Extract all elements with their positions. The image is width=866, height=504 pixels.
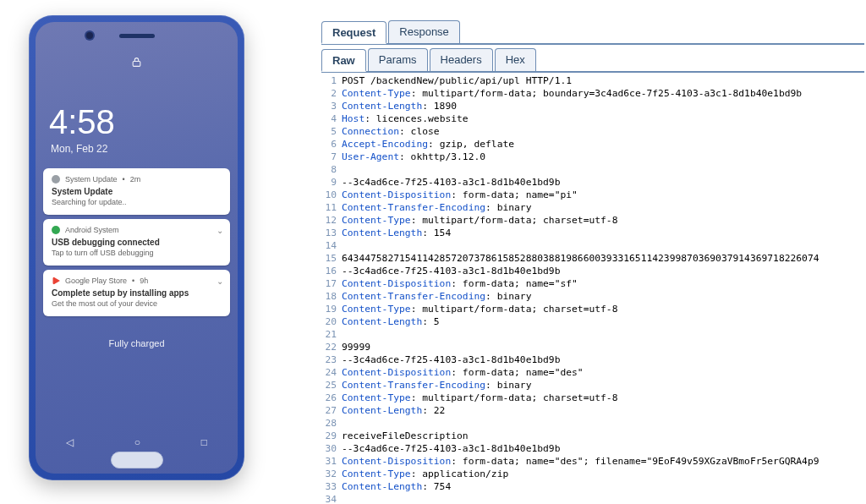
- line-text[interactable]: Content-Length: 5: [342, 315, 864, 328]
- line-text[interactable]: Content-Transfer-Encoding: binary: [342, 379, 864, 392]
- line-text[interactable]: Content-Type: multipart/form-data; chars…: [342, 214, 864, 227]
- home-icon[interactable]: ○: [134, 436, 140, 448]
- subtab-headers[interactable]: Headers: [430, 48, 493, 71]
- line-text[interactable]: Content-Type: application/zip: [342, 468, 864, 480]
- line-text[interactable]: 6434475827154114285720737861585288038819…: [342, 252, 864, 265]
- line-number: 26: [321, 392, 342, 404]
- line-text[interactable]: Content-Transfer-Encoding: binary: [342, 290, 864, 303]
- code-line: 34: [321, 493, 864, 504]
- code-line: 27Content-Length: 22: [321, 404, 864, 417]
- line-text[interactable]: [342, 493, 864, 504]
- code-line: 16--3c4ad6ce-7f25-4103-a3c1-8d1b40e1bd9b: [321, 265, 864, 277]
- notification-title: Complete setup by installing apps: [52, 288, 222, 298]
- line-text[interactable]: Content-Transfer-Encoding: binary: [342, 201, 864, 214]
- line-text[interactable]: Content-Type: multipart/form-data; chars…: [342, 392, 864, 404]
- line-text[interactable]: POST /backendNew/public/api/upl HTTP/1.1: [342, 74, 864, 87]
- code-line: 2Content-Type: multipart/form-data; boun…: [321, 87, 864, 100]
- line-text[interactable]: Host: licences.website: [342, 112, 864, 125]
- notification-play-store[interactable]: Google Play Store • 9h ⌄ Complete setup …: [43, 270, 230, 316]
- code-line: 19Content-Type: multipart/form-data; cha…: [321, 303, 864, 315]
- recents-icon[interactable]: □: [201, 436, 207, 448]
- line-text[interactable]: Connection: close: [342, 125, 864, 138]
- line-number: 27: [321, 404, 342, 417]
- code-line: 14: [321, 239, 864, 252]
- lockscreen-time: 4:58: [41, 103, 233, 141]
- line-text[interactable]: [342, 239, 864, 252]
- line-number: 16: [321, 265, 342, 277]
- line-text[interactable]: --3c4ad6ce-7f25-4103-a3c1-8d1b40e1bd9b: [342, 265, 864, 277]
- line-number: 34: [321, 493, 342, 504]
- notification-usb-debug[interactable]: Android System ⌄ USB debugging connected…: [43, 219, 230, 266]
- line-text[interactable]: User-Agent: okhttp/3.12.0: [342, 151, 864, 163]
- line-text[interactable]: Content-Type: multipart/form-data; bound…: [342, 87, 864, 100]
- code-line: 4Host: licences.website: [321, 112, 864, 125]
- line-text[interactable]: Content-Disposition: form-data; name="pi…: [342, 189, 864, 201]
- line-number: 25: [321, 379, 342, 392]
- line-text[interactable]: Content-Disposition: form-data; name="sf…: [342, 277, 864, 290]
- speaker: [119, 34, 155, 38]
- code-line: 2299999: [321, 341, 864, 353]
- line-text[interactable]: --3c4ad6ce-7f25-4103-a3c1-8d1b40e1bd9b: [342, 442, 864, 455]
- code-line: 1564344758271541142857207378615852880388…: [321, 252, 864, 265]
- code-line: 5Connection: close: [321, 125, 864, 138]
- line-text[interactable]: Content-Length: 754: [342, 480, 864, 493]
- subtab-params[interactable]: Params: [368, 48, 428, 71]
- android-navbar: ◁ ○ □: [36, 435, 238, 450]
- code-line: 20Content-Length: 5: [321, 315, 864, 328]
- code-line: 10Content-Disposition: form-data; name="…: [321, 189, 864, 201]
- subtab-raw[interactable]: Raw: [321, 49, 366, 72]
- line-text[interactable]: [342, 328, 864, 341]
- line-text[interactable]: Content-Length: 22: [342, 404, 864, 417]
- chevron-down-icon[interactable]: ⌄: [216, 277, 223, 286]
- line-text[interactable]: Content-Disposition: form-data; name="de…: [342, 366, 864, 379]
- play-store-icon: [52, 277, 60, 285]
- sub-tabs: RawParamsHeadersHex: [321, 48, 864, 73]
- code-line: 31Content-Disposition: form-data; name="…: [321, 455, 864, 468]
- code-line: 1POST /backendNew/public/api/upl HTTP/1.…: [321, 74, 864, 87]
- notification-app: Android System: [65, 226, 119, 234]
- notification-title: USB debugging connected: [52, 238, 222, 247]
- dot: •: [132, 277, 134, 285]
- line-number: 4: [321, 112, 342, 125]
- notification-body: Searching for update..: [52, 198, 222, 206]
- phone-screen: 4:58 Mon, Feb 22 System Update • 2m Syst…: [36, 22, 238, 474]
- code-line: 21: [321, 328, 864, 341]
- line-number: 2: [321, 87, 342, 100]
- tab-request[interactable]: Request: [321, 21, 386, 44]
- code-line: 30--3c4ad6ce-7f25-4103-a3c1-8d1b40e1bd9b: [321, 442, 864, 455]
- code-line: 24Content-Disposition: form-data; name="…: [321, 366, 864, 379]
- home-button[interactable]: [111, 452, 163, 468]
- notification-body: Tap to turn off USB debugging: [52, 249, 222, 257]
- line-number: 8: [321, 163, 342, 176]
- line-number: 7: [321, 151, 342, 163]
- line-text[interactable]: [342, 417, 864, 430]
- svg-rect-0: [133, 61, 140, 66]
- line-text[interactable]: Content-Disposition: form-data; name="de…: [342, 455, 864, 468]
- notification-system-update[interactable]: System Update • 2m System Update Searchi…: [43, 168, 230, 215]
- http-inspector: RequestResponse RawParamsHeadersHex 1POS…: [321, 20, 864, 497]
- chevron-down-icon[interactable]: ⌄: [216, 226, 223, 235]
- line-text[interactable]: 99999: [342, 341, 864, 353]
- android-icon: [52, 226, 60, 234]
- subtab-hex[interactable]: Hex: [495, 48, 536, 71]
- line-text[interactable]: Content-Type: multipart/form-data; chars…: [342, 303, 864, 315]
- line-text[interactable]: --3c4ad6ce-7f25-4103-a3c1-8d1b40e1bd9b: [342, 176, 864, 189]
- line-text[interactable]: Content-Length: 154: [342, 227, 864, 239]
- back-icon[interactable]: ◁: [66, 436, 74, 448]
- line-number: 21: [321, 328, 342, 341]
- dot: •: [123, 175, 125, 184]
- line-number: 1: [321, 74, 342, 87]
- line-number: 23: [321, 353, 342, 366]
- charging-status: Fully charged: [41, 338, 233, 348]
- line-text[interactable]: --3c4ad6ce-7f25-4103-a3c1-8d1b40e1bd9b: [342, 353, 864, 366]
- line-text[interactable]: Content-Length: 1890: [342, 100, 864, 112]
- code-line: 23--3c4ad6ce-7f25-4103-a3c1-8d1b40e1bd9b: [321, 353, 864, 366]
- line-text[interactable]: receiveFileDescription: [342, 430, 864, 442]
- tab-response[interactable]: Response: [388, 20, 460, 43]
- code-line: 8: [321, 163, 864, 176]
- line-number: 9: [321, 176, 342, 189]
- line-text[interactable]: Accept-Encoding: gzip, deflate: [342, 138, 864, 151]
- notification-title: System Update: [52, 187, 222, 196]
- line-text[interactable]: [342, 163, 864, 176]
- gear-icon: [52, 175, 60, 184]
